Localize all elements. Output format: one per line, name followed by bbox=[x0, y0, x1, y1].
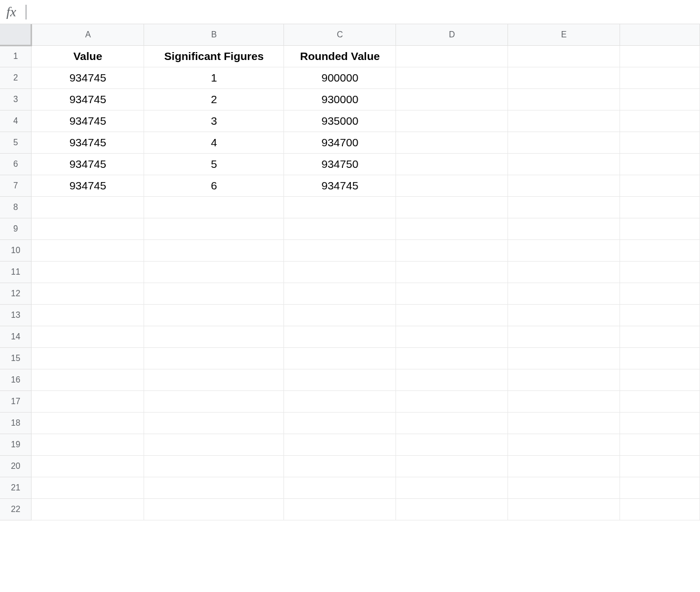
row-header[interactable]: 6 bbox=[0, 153, 32, 175]
cell[interactable] bbox=[32, 390, 144, 412]
cell-A6[interactable]: 934745 bbox=[32, 153, 144, 175]
cell[interactable] bbox=[396, 304, 508, 326]
col-header-C[interactable]: C bbox=[284, 24, 396, 45]
cell-C3[interactable]: 930000 bbox=[284, 88, 396, 110]
cell-E1[interactable] bbox=[508, 45, 620, 67]
cell[interactable] bbox=[620, 196, 700, 218]
cell-B5[interactable]: 4 bbox=[144, 132, 284, 153]
cell[interactable] bbox=[508, 261, 620, 283]
cell[interactable] bbox=[396, 434, 508, 455]
row-header[interactable]: 15 bbox=[0, 347, 32, 369]
cell[interactable] bbox=[396, 261, 508, 283]
cell[interactable] bbox=[396, 326, 508, 347]
cell-B1[interactable]: Significant Figures bbox=[144, 45, 284, 67]
cell[interactable] bbox=[396, 239, 508, 261]
cell[interactable] bbox=[284, 412, 396, 434]
cell-D7[interactable] bbox=[396, 175, 508, 196]
cell[interactable] bbox=[284, 326, 396, 347]
cell[interactable] bbox=[144, 477, 284, 498]
cell-B6[interactable]: 5 bbox=[144, 153, 284, 175]
cell[interactable] bbox=[32, 455, 144, 477]
cell[interactable] bbox=[620, 326, 700, 347]
col-header-E[interactable]: E bbox=[508, 24, 620, 45]
row-header[interactable]: 21 bbox=[0, 477, 32, 498]
cell[interactable] bbox=[144, 218, 284, 239]
cell[interactable] bbox=[32, 347, 144, 369]
cell[interactable] bbox=[284, 196, 396, 218]
cell[interactable] bbox=[508, 369, 620, 390]
cell-A2[interactable]: 934745 bbox=[32, 67, 144, 88]
row-header[interactable]: 20 bbox=[0, 455, 32, 477]
cell[interactable] bbox=[508, 283, 620, 304]
cell[interactable] bbox=[396, 477, 508, 498]
cell[interactable] bbox=[32, 326, 144, 347]
cell-E5[interactable] bbox=[508, 132, 620, 153]
cell[interactable] bbox=[32, 498, 144, 520]
cell-D3[interactable] bbox=[396, 88, 508, 110]
cell-A7[interactable]: 934745 bbox=[32, 175, 144, 196]
row-header[interactable]: 1 bbox=[0, 45, 32, 67]
cell[interactable] bbox=[620, 369, 700, 390]
cell-D5[interactable] bbox=[396, 132, 508, 153]
cell[interactable] bbox=[508, 218, 620, 239]
cell-F2[interactable] bbox=[620, 67, 700, 88]
cell[interactable] bbox=[396, 283, 508, 304]
cell[interactable] bbox=[284, 261, 396, 283]
row-header[interactable]: 13 bbox=[0, 304, 32, 326]
cell-D6[interactable] bbox=[396, 153, 508, 175]
cell[interactable] bbox=[284, 347, 396, 369]
cell[interactable] bbox=[620, 390, 700, 412]
cell[interactable] bbox=[396, 390, 508, 412]
cell-F1[interactable] bbox=[620, 45, 700, 67]
cell[interactable] bbox=[508, 455, 620, 477]
cell-E2[interactable] bbox=[508, 67, 620, 88]
cell[interactable] bbox=[620, 455, 700, 477]
cell-D2[interactable] bbox=[396, 67, 508, 88]
cell[interactable] bbox=[32, 369, 144, 390]
cell[interactable] bbox=[620, 477, 700, 498]
cell[interactable] bbox=[144, 261, 284, 283]
cell[interactable] bbox=[284, 498, 396, 520]
row-header[interactable]: 4 bbox=[0, 110, 32, 132]
cell[interactable] bbox=[284, 369, 396, 390]
cell[interactable] bbox=[396, 218, 508, 239]
cell-C4[interactable]: 935000 bbox=[284, 110, 396, 132]
cell[interactable] bbox=[396, 455, 508, 477]
cell-B2[interactable]: 1 bbox=[144, 67, 284, 88]
cell[interactable] bbox=[508, 434, 620, 455]
cell[interactable] bbox=[144, 369, 284, 390]
col-header-D[interactable]: D bbox=[396, 24, 508, 45]
cell[interactable] bbox=[620, 434, 700, 455]
formula-input[interactable] bbox=[36, 4, 694, 21]
cell-C5[interactable]: 934700 bbox=[284, 132, 396, 153]
col-header-A[interactable]: A bbox=[32, 24, 144, 45]
cell-C2[interactable]: 900000 bbox=[284, 67, 396, 88]
cell[interactable] bbox=[144, 326, 284, 347]
cell-C6[interactable]: 934750 bbox=[284, 153, 396, 175]
cell[interactable] bbox=[396, 498, 508, 520]
cell[interactable] bbox=[32, 239, 144, 261]
cell-B3[interactable]: 2 bbox=[144, 88, 284, 110]
cell[interactable] bbox=[284, 434, 396, 455]
cell[interactable] bbox=[144, 390, 284, 412]
row-header[interactable]: 16 bbox=[0, 369, 32, 390]
cell-A1[interactable]: Value bbox=[32, 45, 144, 67]
cell[interactable] bbox=[508, 196, 620, 218]
cell-B4[interactable]: 3 bbox=[144, 110, 284, 132]
row-header[interactable]: 12 bbox=[0, 283, 32, 304]
cell-A5[interactable]: 934745 bbox=[32, 132, 144, 153]
row-header[interactable]: 14 bbox=[0, 326, 32, 347]
cell-F7[interactable] bbox=[620, 175, 700, 196]
cell-F4[interactable] bbox=[620, 110, 700, 132]
row-header[interactable]: 10 bbox=[0, 239, 32, 261]
cell[interactable] bbox=[32, 218, 144, 239]
row-header[interactable]: 19 bbox=[0, 434, 32, 455]
cell-D4[interactable] bbox=[396, 110, 508, 132]
cell[interactable] bbox=[620, 239, 700, 261]
cell[interactable] bbox=[32, 283, 144, 304]
cell-E3[interactable] bbox=[508, 88, 620, 110]
cell[interactable] bbox=[284, 390, 396, 412]
row-header[interactable]: 3 bbox=[0, 88, 32, 110]
cell-C7[interactable]: 934745 bbox=[284, 175, 396, 196]
cell[interactable] bbox=[284, 477, 396, 498]
